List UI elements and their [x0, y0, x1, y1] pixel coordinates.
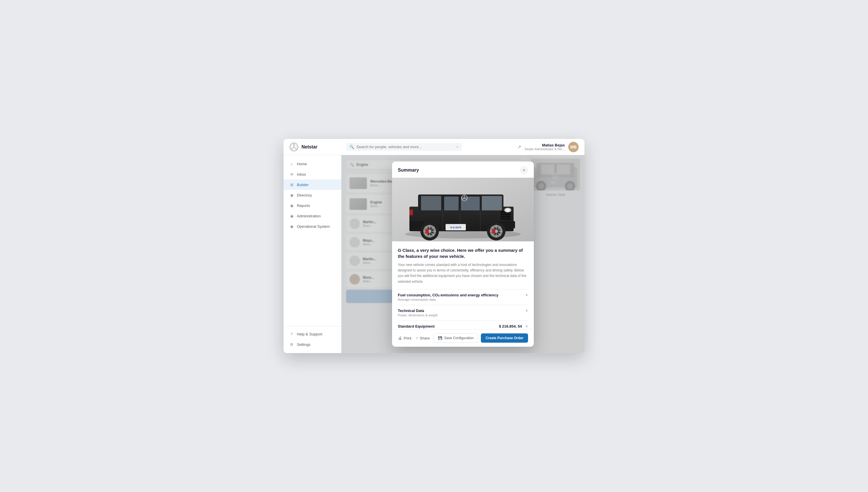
- svg-point-34: [506, 209, 510, 212]
- sidebar-item-inbox[interactable]: ✉ Inbox: [284, 169, 341, 179]
- accordion-standard-title: Standard Equipment: [398, 324, 499, 328]
- sidebar: ⌂ Home ✉ Inbox ⊞ Builder ◉ Directory ◉ R…: [284, 155, 341, 353]
- svg-rect-29: [501, 211, 511, 220]
- operational-icon: ◉: [289, 224, 294, 229]
- builder-icon: ⊞: [289, 182, 294, 187]
- modal-footer: 🖨 Print ↑ Share 💾 Save Configura: [392, 329, 534, 347]
- create-purchase-order-button[interactable]: Create Purchase Order: [481, 334, 528, 343]
- search-icon: 🔍: [350, 145, 354, 149]
- accordion-technical-sub: Power, dimensions & weight: [398, 314, 526, 317]
- modal-header: Summary ×: [392, 162, 534, 178]
- footer-right-actions: 💾 Save Configuration Create Purchase Ord…: [434, 334, 528, 343]
- reports-icon: ◉: [289, 203, 294, 208]
- accordion-fuel: Fuel consumption, CO₂ emissions and ener…: [398, 289, 528, 305]
- search-input[interactable]: [356, 145, 454, 149]
- share-button[interactable]: ↑ Share: [416, 336, 430, 340]
- logo-area: Netstar: [289, 142, 341, 152]
- logo-icon: [289, 142, 299, 152]
- accordion-standard-header[interactable]: Standard Equipment Included in MSRP $ 21…: [398, 324, 528, 329]
- user-role: Dealer Administrator & Ser...: [525, 147, 565, 151]
- sidebar-item-directory[interactable]: ◉ Directory: [284, 190, 341, 200]
- sidebar-item-home[interactable]: ⌂ Home: [284, 158, 341, 169]
- sidebar-item-operational[interactable]: ◉ Operational System: [284, 221, 341, 231]
- user-name: Matias Bejas: [525, 143, 565, 147]
- svg-rect-22: [482, 196, 502, 211]
- topbar-right: ↗ Matias Bejas Dealer Administrator & Se…: [517, 142, 579, 152]
- home-icon: ⌂: [289, 162, 294, 166]
- footer-left-actions: 🖨 Print ↑ Share: [398, 336, 430, 340]
- modal-body: G Class, a very wise choice. Here we off…: [392, 241, 534, 329]
- share-icon: ↑: [416, 336, 418, 340]
- help-icon: ?: [289, 332, 294, 336]
- modal-description: Your new vehicle comes standard with a h…: [398, 262, 528, 285]
- administration-icon: ◉: [289, 214, 294, 218]
- sidebar-item-reports[interactable]: ◉ Reports: [284, 200, 341, 211]
- svg-rect-61: [425, 229, 429, 233]
- svg-rect-23: [421, 196, 441, 211]
- standard-equipment-price: $ 216.854, 54: [499, 324, 522, 328]
- sidebar-item-builder[interactable]: ⊞ Builder: [284, 179, 341, 190]
- accordion-standard: Standard Equipment Included in MSRP $ 21…: [398, 320, 528, 329]
- accordion-fuel-header[interactable]: Fuel consumption, CO₂ emissions and ener…: [398, 293, 528, 301]
- print-button[interactable]: 🖨 Print: [398, 336, 411, 340]
- save-configuration-button[interactable]: 💾 Save Configuration: [434, 334, 478, 343]
- user-info: Matias Bejas Dealer Administrator & Ser.…: [525, 143, 565, 151]
- settings-icon: ⚙: [289, 342, 294, 347]
- svg-text:S·G 6379: S·G 6379: [450, 226, 461, 229]
- app-title: Netstar: [302, 144, 317, 150]
- content-area: 🔍 × Mercedes-Benz More... Engine: [341, 155, 584, 353]
- accordion-technical: Technical Data Power, dimensions & weigh…: [398, 305, 528, 320]
- sidebar-item-settings[interactable]: ⚙ Settings: [284, 339, 341, 350]
- print-icon: 🖨: [398, 336, 402, 340]
- sidebar-bottom: ? Help & Support ⚙ Settings: [284, 326, 341, 350]
- svg-rect-24: [444, 197, 459, 211]
- sidebar-item-administration[interactable]: ◉ Administration: [284, 211, 341, 221]
- chevron-down-icon: ∨: [526, 309, 528, 313]
- app-container: Netstar 🔍 × ↗ Matias Bejas Dealer Admini…: [284, 139, 584, 353]
- close-icon: ×: [523, 168, 525, 172]
- chevron-down-icon: ∨: [526, 293, 528, 297]
- summary-modal: Summary ×: [392, 162, 534, 347]
- main-layout: ⌂ Home ✉ Inbox ⊞ Builder ◉ Directory ◉ R…: [284, 155, 584, 353]
- accordion-technical-header[interactable]: Technical Data Power, dimensions & weigh…: [398, 309, 528, 317]
- search-clear-icon[interactable]: ×: [456, 145, 458, 149]
- chevron-down-icon: ∨: [526, 324, 528, 328]
- directory-icon: ◉: [289, 193, 294, 197]
- global-search-bar[interactable]: 🔍 ×: [346, 143, 462, 151]
- svg-rect-48: [492, 229, 495, 233]
- topbar: Netstar 🔍 × ↗ Matias Bejas Dealer Admini…: [284, 139, 584, 155]
- svg-rect-25: [461, 197, 480, 211]
- modal-title: Summary: [398, 168, 419, 173]
- accordion-fuel-sub: Average consumption data: [398, 298, 526, 301]
- accordion-technical-title: Technical Data: [398, 309, 526, 313]
- save-icon: 💾: [438, 336, 442, 340]
- accordion-fuel-title: Fuel consumption, CO₂ emissions and ener…: [398, 293, 526, 297]
- sidebar-item-help[interactable]: ? Help & Support: [284, 329, 341, 339]
- svg-rect-35: [409, 210, 413, 215]
- inbox-icon: ✉: [289, 172, 294, 176]
- modal-overlay[interactable]: Summary ×: [341, 155, 584, 353]
- car-hero-image: S·G 6379: [392, 178, 534, 241]
- external-link-icon[interactable]: ↗: [517, 144, 521, 150]
- modal-headline: G Class, a very wise choice. Here we off…: [398, 247, 528, 259]
- avatar: MB: [568, 142, 579, 152]
- modal-close-button[interactable]: ×: [520, 166, 528, 174]
